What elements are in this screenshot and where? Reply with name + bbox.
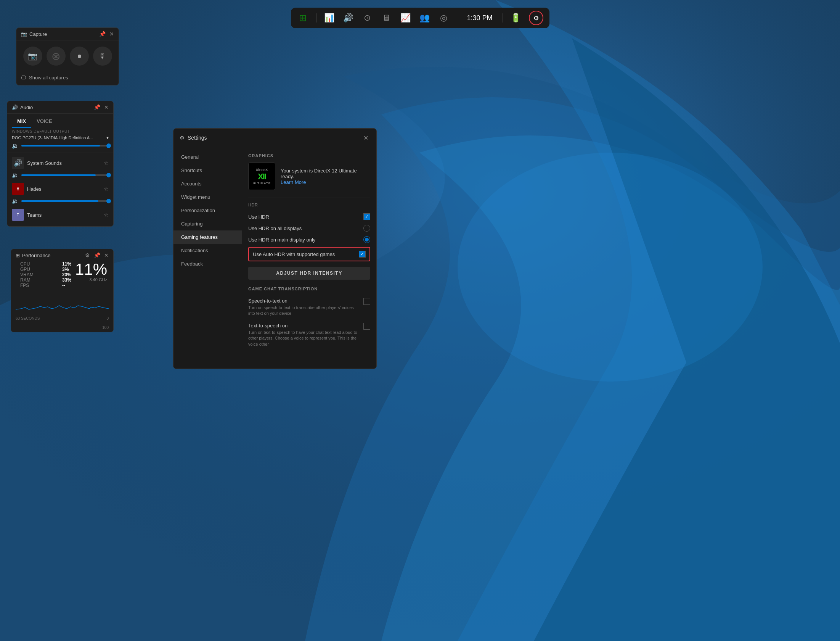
teams-star[interactable]: ☆ (104, 212, 109, 218)
camera-icon: 📷 (21, 31, 27, 37)
performance-icon[interactable]: 📊 (323, 12, 335, 24)
capture-widget: 📷 Capture 📌 ✕ 📷 ⊗ ⏺ 🎙 🖵 Show all capture… (16, 27, 119, 85)
directx-logo: DirectX XII ULTIMATE (248, 163, 275, 190)
performance-title: ⊞ Performance (16, 253, 50, 258)
battery-icon[interactable]: 🔋 (510, 12, 522, 24)
capture-icon[interactable]: ⊙ (361, 12, 373, 24)
pin-audio-icon[interactable]: 📌 (94, 104, 100, 110)
teams-icon: T (12, 209, 24, 221)
close-capture-icon[interactable]: ✕ (109, 31, 114, 37)
use-hdr-checkbox[interactable] (363, 213, 370, 220)
audio-controls: 📌 ✕ (94, 104, 109, 110)
settings-perf-icon[interactable]: ⚙ (85, 252, 90, 258)
tab-mix[interactable]: MIX (12, 117, 31, 128)
ram-label: RAM (20, 277, 62, 283)
fps-value: -- (62, 283, 104, 288)
audio-header: 🔊 Audio 📌 ✕ (7, 101, 113, 114)
system-sounds-volume[interactable] (21, 174, 109, 176)
hdr-section-title: HDR (248, 203, 370, 207)
master-slider[interactable] (21, 145, 109, 147)
volume-icon[interactable]: 🔊 (342, 12, 354, 24)
nav-personalization[interactable]: Personalization (173, 204, 242, 217)
use-hdr-option: Use HDR (248, 211, 370, 222)
settings-gear-icon: ⚙ (180, 135, 185, 141)
nav-general[interactable]: General (173, 150, 242, 164)
directx-box: DirectX XII ULTIMATE Your system is Dire… (248, 163, 370, 190)
gamebar-time: 1:30 PM (464, 14, 495, 22)
speech-to-text-title: Speech-to-text on (248, 298, 357, 304)
tab-voice[interactable]: VOICE (31, 117, 57, 128)
nav-notifications[interactable]: Notifications (173, 244, 242, 257)
close-audio-icon[interactable]: ✕ (104, 104, 109, 110)
system-sounds-row: 🔊 System Sounds ☆ (7, 155, 113, 171)
speech-to-text-option: Speech-to-text on Turn on speech-to-text… (248, 295, 370, 320)
mic-off-button[interactable]: 🎙 (93, 47, 112, 66)
show-captures-button[interactable]: 🖵 Show all captures (16, 72, 119, 85)
lookfar-icon[interactable]: ◎ (437, 12, 450, 24)
graphics-section-title: GRAPHICS (248, 153, 370, 158)
screenshot-button[interactable]: 📷 (23, 47, 42, 66)
nav-accounts[interactable]: Accounts (173, 177, 242, 190)
auto-hdr-checkbox[interactable] (359, 251, 366, 258)
system-sounds-slider: 🔉 (7, 171, 113, 180)
settings-content: GRAPHICS DirectX XII ULTIMATE Your syste… (242, 147, 376, 369)
nav-gaming-features[interactable]: Gaming features (173, 230, 242, 244)
text-to-speech-desc: Turn on text-to-speech to have your chat… (248, 330, 357, 347)
settings-body: General Shortcuts Accounts Widget menu P… (173, 147, 376, 369)
settings-title: ⚙ Settings (180, 135, 207, 141)
default-output-label: WINDOWS DEFAULT OUTPUT (7, 128, 113, 134)
speaker-sm-icon: 🔉 (12, 172, 18, 178)
system-sounds-star[interactable]: ☆ (104, 160, 109, 166)
nav-shortcuts[interactable]: Shortcuts (173, 164, 242, 177)
auto-hdr-option: Use Auto HDR with supported games (248, 247, 370, 261)
system-sounds-icon: 🔊 (12, 157, 24, 169)
directx-description: Your system is DirectX 12 Ultimate ready… (281, 168, 370, 185)
audio-tabs: MIX VOICE (7, 114, 113, 128)
chevron-down-icon[interactable]: ▾ (106, 135, 109, 140)
chart-min-label: 0 (106, 316, 109, 320)
no-record-button[interactable]: ⊗ (47, 47, 66, 66)
hades-icon: H (12, 183, 24, 195)
nav-capturing[interactable]: Capturing (173, 217, 242, 230)
speech-to-text-checkbox[interactable] (363, 298, 370, 305)
vram-label: VRAM (20, 272, 62, 277)
gpu-label: GPU (20, 267, 62, 272)
text-to-speech-title: Text-to-speech on (248, 323, 357, 329)
hades-name: Hades (27, 186, 101, 192)
gct-section-title: GAME CHAT TRANSCRIPTION (248, 287, 370, 291)
cpu-big-value: 11% (75, 261, 107, 277)
teams-row: T Teams ☆ (7, 206, 113, 223)
xbox-icon[interactable]: ⊞ (297, 12, 309, 24)
svg-point-2 (458, 153, 763, 382)
teams-name: Teams (27, 212, 101, 218)
stats-icon[interactable]: 📈 (399, 12, 411, 24)
nav-feedback[interactable]: Feedback (173, 257, 242, 271)
chart-max-label: 100 (102, 325, 109, 330)
close-perf-icon[interactable]: ✕ (104, 252, 109, 258)
settings-dialog: ⚙ Settings ✕ General Shortcuts Accounts … (173, 128, 377, 369)
main-display-radio[interactable] (363, 236, 370, 243)
text-to-speech-checkbox[interactable] (363, 323, 370, 330)
capture-title: 📷 Capture (21, 31, 47, 37)
capture-buttons: 📷 ⊗ ⏺ 🎙 (16, 40, 119, 72)
learn-more-link[interactable]: Learn More (281, 179, 306, 185)
social-icon[interactable]: 👥 (418, 12, 430, 24)
all-displays-radio[interactable] (363, 225, 370, 232)
capture-header: 📷 Capture 📌 ✕ (16, 28, 119, 40)
adjust-hdr-button[interactable]: ADJUST HDR INTENSITY (248, 267, 370, 280)
hades-star[interactable]: ☆ (104, 186, 109, 192)
performance-icon: ⊞ (16, 253, 20, 258)
performance-chart (16, 294, 109, 313)
hades-volume[interactable] (21, 200, 109, 202)
record-button[interactable]: ⏺ (70, 47, 89, 66)
pin-perf-icon[interactable]: 📌 (94, 252, 100, 258)
monitor-icon: 🖵 (21, 75, 26, 81)
divider2 (456, 13, 457, 23)
display-icon[interactable]: 🖥 (380, 12, 392, 24)
performance-chart-labels: 60 SECONDS 0 (11, 316, 113, 324)
nav-widget-menu[interactable]: Widget menu (173, 190, 242, 204)
settings-close-button[interactable]: ✕ (361, 133, 370, 142)
pin-icon[interactable]: 📌 (99, 31, 106, 37)
settings-icon[interactable]: ⚙ (529, 11, 543, 25)
desktop-background (0, 0, 840, 641)
